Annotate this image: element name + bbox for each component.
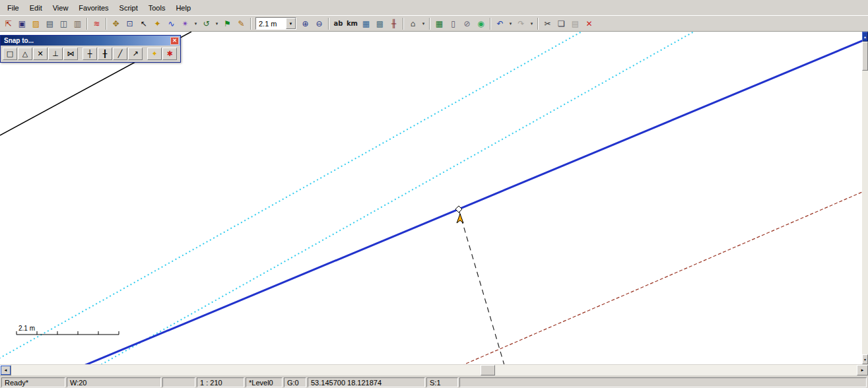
select-arrow-button[interactable]: ↖ bbox=[137, 17, 150, 30]
snap-node-button[interactable]: ╂ bbox=[98, 48, 112, 60]
status-coordinates: 53.145700 18.121874 bbox=[308, 377, 425, 387]
text-edit-button[interactable]: ✎ bbox=[234, 17, 248, 30]
redo-button-dropdown-icon[interactable]: ▾ bbox=[528, 17, 535, 30]
snap-clear-button[interactable]: ✱ bbox=[162, 48, 177, 60]
redo-button[interactable]: ↷ bbox=[514, 17, 528, 30]
open-drawing-button[interactable]: ⇱ bbox=[1, 17, 15, 30]
status-level: *Level0 bbox=[246, 377, 283, 387]
guide-line-1[interactable] bbox=[0, 32, 587, 362]
rotate-view-button-dropdown-icon[interactable]: ▾ bbox=[213, 17, 220, 30]
pan-button[interactable]: ✥ bbox=[109, 17, 123, 30]
scale-combo-value[interactable]: 2.1 m bbox=[256, 20, 286, 28]
grid-button[interactable]: ▦ bbox=[359, 17, 373, 30]
toolbar-separator bbox=[106, 18, 107, 30]
main-toolbar: ⇱▣▨▤◫▥≋✥⊡↖✦∿✴▾↺▾⚑✎2.1 m▼⊕⊖abkm▦▩╫⌂▾▦▯⊘◉↶… bbox=[0, 16, 868, 32]
flag-button[interactable]: ⚑ bbox=[220, 17, 234, 30]
print-preview-button[interactable]: ◫ bbox=[57, 17, 71, 30]
hatch-button[interactable]: ▩ bbox=[373, 17, 387, 30]
toolbar-separator bbox=[490, 18, 491, 30]
snap-pointer-icon bbox=[457, 214, 463, 223]
status-width: W:20 bbox=[67, 377, 161, 387]
fence-button[interactable]: ╫ bbox=[387, 17, 401, 30]
scale-combo[interactable]: 2.1 m▼ bbox=[255, 17, 296, 30]
menu-tools[interactable]: Tools bbox=[143, 1, 171, 15]
vscroll-track[interactable] bbox=[862, 42, 868, 354]
snap-tangent-button[interactable]: ⋈ bbox=[63, 48, 78, 60]
snap-midpoint-button[interactable]: ┼ bbox=[83, 48, 97, 60]
magic-wand-button[interactable]: ✴ bbox=[178, 17, 192, 30]
snap-endpoint-button[interactable]: ↗ bbox=[128, 48, 143, 60]
shape-tool-button-dropdown-icon[interactable]: ▾ bbox=[420, 17, 427, 30]
zoom-in-button[interactable]: ⊕ bbox=[298, 17, 312, 30]
table-button[interactable]: ▦ bbox=[432, 17, 446, 30]
save-button[interactable]: ▣ bbox=[15, 17, 29, 30]
menu-script[interactable]: Script bbox=[114, 1, 143, 15]
attachment-button[interactable]: ⊘ bbox=[460, 17, 474, 30]
hscroll-track[interactable] bbox=[11, 365, 857, 375]
cut-button[interactable]: ✂ bbox=[541, 17, 554, 30]
snap-toolbar-title: Snap to... bbox=[4, 37, 170, 44]
measure-dashed-line[interactable] bbox=[459, 210, 506, 364]
toolbar-separator bbox=[537, 18, 539, 30]
zoom-window-button[interactable]: ⊡ bbox=[123, 17, 137, 30]
zoom-out-button[interactable]: ⊖ bbox=[312, 17, 326, 30]
grab-button[interactable]: ✦ bbox=[150, 17, 164, 30]
globe-button[interactable]: ◉ bbox=[474, 17, 488, 30]
rotate-view-button[interactable]: ↺ bbox=[199, 17, 213, 30]
print-button[interactable]: ▤ bbox=[43, 17, 57, 30]
snap-nearest-button[interactable]: ╱ bbox=[113, 48, 127, 60]
snap-triangle-button[interactable]: △ bbox=[18, 48, 32, 60]
selected-polyline[interactable] bbox=[79, 37, 862, 364]
toolbar-separator bbox=[86, 18, 88, 30]
menu-favorites[interactable]: Favorites bbox=[73, 1, 114, 15]
menu-file[interactable]: File bbox=[2, 1, 24, 15]
copy-button[interactable]: ❏ bbox=[554, 17, 568, 30]
snap-toolbar-titlebar[interactable]: Snap to... ✕ bbox=[1, 36, 180, 46]
snap-vertex-button[interactable]: □ bbox=[3, 48, 17, 60]
menu-help[interactable]: Help bbox=[170, 1, 196, 15]
application-window: FileEditViewFavoritesScriptToolsHelp ⇱▣▨… bbox=[0, 0, 868, 388]
snap-intersection-button[interactable]: ✕ bbox=[33, 48, 48, 60]
hscroll-left-arrow-icon[interactable]: ◄ bbox=[0, 365, 11, 375]
hscroll-right-arrow-icon[interactable]: ► bbox=[857, 365, 868, 375]
menu-edit[interactable]: Edit bbox=[24, 1, 48, 15]
menu-bar: FileEditViewFavoritesScriptToolsHelp bbox=[0, 0, 868, 16]
menu-view[interactable]: View bbox=[48, 1, 74, 15]
undo-button-dropdown-icon[interactable]: ▾ bbox=[507, 17, 514, 30]
close-icon[interactable]: ✕ bbox=[170, 37, 179, 45]
status-scale: 1 : 210 bbox=[197, 377, 244, 387]
redline-button[interactable]: ≋ bbox=[90, 17, 104, 30]
status-group: G:0 bbox=[284, 377, 306, 387]
status-bar: Ready*W:201 : 210*Level0G:053.145700 18.… bbox=[0, 375, 868, 388]
snap-perpendicular-button[interactable]: ⊥ bbox=[48, 48, 63, 60]
toolbar-separator bbox=[403, 18, 404, 30]
new-page-button[interactable]: ▯ bbox=[446, 17, 460, 30]
open-folder-button[interactable]: ▨ bbox=[29, 17, 43, 30]
guide-line-2[interactable] bbox=[92, 32, 700, 364]
spline-button[interactable]: ∿ bbox=[164, 17, 178, 30]
toolbar-separator bbox=[250, 18, 251, 30]
shape-tool-button[interactable]: ⌂ bbox=[406, 17, 420, 30]
export-page-button[interactable]: ▥ bbox=[71, 17, 84, 30]
vscroll-thumb[interactable] bbox=[862, 42, 868, 71]
undo-button[interactable]: ↶ bbox=[493, 17, 507, 30]
delete-button[interactable]: ✕ bbox=[582, 17, 596, 30]
scale-combo-dropdown-icon[interactable]: ▼ bbox=[286, 18, 296, 29]
vscroll-up-arrow-icon[interactable]: ▲ bbox=[862, 32, 868, 42]
canvas-row: 2.1 m Snap to... ✕ □△✕⊥⋈┼╂╱↗✦✱ ▲ ▼ bbox=[0, 32, 868, 364]
snap-diamond-marker bbox=[455, 206, 462, 212]
horizontal-scrollbar[interactable]: ◄ ► bbox=[0, 364, 868, 375]
label-ab-button[interactable]: ab bbox=[331, 17, 345, 30]
snap-active-button[interactable]: ✦ bbox=[147, 48, 162, 60]
snap-toolbar-window: Snap to... ✕ □△✕⊥⋈┼╂╱↗✦✱ bbox=[0, 35, 181, 63]
status-ready: Ready* bbox=[1, 377, 65, 387]
drawing-canvas[interactable]: 2.1 m Snap to... ✕ □△✕⊥⋈┼╂╱↗✦✱ bbox=[0, 32, 862, 364]
toolbar-separator bbox=[328, 18, 329, 30]
vertical-scrollbar[interactable]: ▲ ▼ bbox=[862, 32, 868, 364]
boundary-dashed-line[interactable] bbox=[455, 188, 862, 364]
magic-wand-button-dropdown-icon[interactable]: ▾ bbox=[192, 17, 199, 30]
hscroll-thumb[interactable] bbox=[481, 365, 495, 375]
vscroll-down-arrow-icon[interactable]: ▼ bbox=[862, 354, 868, 364]
dimension-km-button[interactable]: km bbox=[345, 17, 359, 30]
paste-button[interactable]: ▤ bbox=[568, 17, 582, 30]
